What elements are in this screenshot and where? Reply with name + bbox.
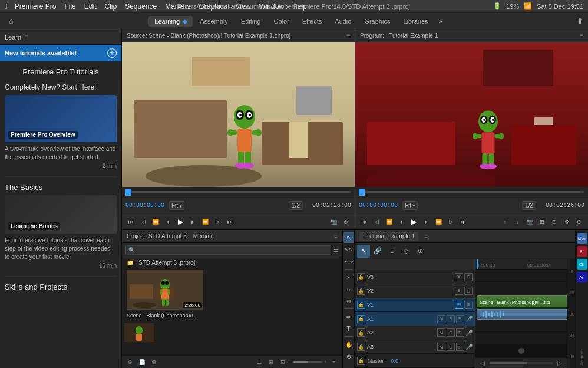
- program-frame-rate[interactable]: 1/2: [522, 201, 536, 210]
- menu-sequence[interactable]: Sequence: [125, 2, 157, 11]
- menu-edit[interactable]: Edit: [84, 2, 97, 11]
- prog-extract[interactable]: ↓: [512, 216, 523, 227]
- track-a2-lock[interactable]: 🔒: [357, 328, 365, 337]
- source-monitor-menu[interactable]: ≡: [346, 32, 350, 39]
- prog-step-end[interactable]: ⏭: [458, 216, 468, 227]
- track-v1-eye[interactable]: 👁: [455, 301, 463, 309]
- source-fit-dropdown[interactable]: Fit ▾: [169, 201, 184, 210]
- track-v2-lock[interactable]: 🔒: [357, 287, 365, 295]
- track-v2-eye[interactable]: 👁: [455, 287, 463, 295]
- prog-frame-back[interactable]: ◁: [371, 216, 382, 227]
- track-a3-mute[interactable]: M: [437, 343, 445, 351]
- clear-button[interactable]: 🗑: [149, 357, 158, 367]
- track-a3-solo[interactable]: S: [447, 343, 455, 351]
- tool-hand[interactable]: ✋: [343, 339, 354, 350]
- prog-play[interactable]: ▶: [408, 216, 419, 227]
- tool-type[interactable]: T: [343, 323, 354, 334]
- track-a2-rec[interactable]: R: [456, 328, 464, 337]
- prog-settings[interactable]: ⚙: [561, 216, 572, 227]
- new-bin-button[interactable]: ⊕: [125, 357, 135, 367]
- tool-zoom[interactable]: ⊕: [343, 351, 354, 362]
- tool-slide[interactable]: ⇔: [343, 295, 354, 306]
- menu-clip[interactable]: Clip: [104, 2, 117, 11]
- zoom-minus[interactable]: −: [290, 359, 293, 364]
- tab-libraries[interactable]: Libraries: [397, 16, 434, 27]
- track-v3-eye[interactable]: 👁: [455, 273, 463, 281]
- track-v3-sync[interactable]: S: [464, 273, 473, 281]
- track-a1-solo[interactable]: S: [447, 315, 455, 323]
- tab-effects[interactable]: Effects: [296, 16, 328, 27]
- prog-step-prev[interactable]: ⏴: [396, 216, 407, 227]
- prog-camera[interactable]: 📷: [524, 216, 535, 227]
- tl-tool-add[interactable]: ⊕: [414, 245, 427, 258]
- zoom-plus[interactable]: +: [324, 359, 327, 364]
- prog-step-back[interactable]: ⏮: [359, 216, 369, 227]
- track-v1-lock[interactable]: 🔒: [357, 301, 365, 309]
- track-a1-rec[interactable]: R: [456, 315, 464, 323]
- prog-fullscreen[interactable]: ⊞: [537, 216, 547, 227]
- tl-tool-snap[interactable]: ⤓: [385, 245, 398, 258]
- icon-view-button[interactable]: ⊞: [266, 357, 276, 367]
- scroll-right[interactable]: ▷: [557, 360, 562, 366]
- project-menu-icon[interactable]: ≡: [334, 233, 338, 239]
- tool-slip[interactable]: ↔: [343, 284, 354, 294]
- source-frame-back[interactable]: ◁: [138, 216, 148, 227]
- strip-thumb-1[interactable]: [124, 323, 154, 342]
- source-frame-fwd[interactable]: ▷: [212, 216, 223, 227]
- new-tutorials-add-button[interactable]: +: [107, 48, 117, 58]
- prog-frame-fwd[interactable]: ▷: [445, 216, 456, 227]
- tab-assembly[interactable]: Assembly: [194, 16, 234, 27]
- source-step-end[interactable]: ⏭: [224, 216, 235, 227]
- program-fit-dropdown[interactable]: Fit ▾: [402, 201, 418, 210]
- project-search[interactable]: 🔍: [125, 245, 331, 255]
- project-settings-button[interactable]: ≡: [329, 357, 339, 367]
- track-a3-lock[interactable]: 🔒: [357, 343, 365, 351]
- tl-tool-marker[interactable]: ◇: [399, 245, 412, 258]
- learn-menu-icon[interactable]: ≡: [25, 34, 28, 40]
- track-v3-lock[interactable]: 🔒: [357, 273, 365, 281]
- new-tutorials-banner[interactable]: New tutorials available! +: [0, 45, 121, 61]
- app-icon-ch[interactable]: Ch: [577, 259, 587, 270]
- workspace-more[interactable]: »: [435, 18, 446, 25]
- track-a2-mute[interactable]: M: [437, 328, 445, 337]
- source-step-prev[interactable]: ⏴: [163, 216, 173, 227]
- tool-ripple[interactable]: ⟺: [343, 256, 354, 267]
- menu-premiere[interactable]: Premiere Pro: [15, 2, 57, 11]
- menu-file[interactable]: File: [64, 2, 75, 11]
- home-button[interactable]: ⌂: [5, 15, 18, 28]
- tab-audio[interactable]: Audio: [329, 16, 357, 27]
- track-a1-mute[interactable]: M: [437, 315, 445, 323]
- overview-card[interactable]: Premiere Pro Overview A two-minute overv…: [5, 95, 117, 172]
- source-frame-rate[interactable]: 1/2: [289, 201, 303, 210]
- prog-add[interactable]: ⊕: [574, 216, 584, 227]
- program-playbar[interactable]: [359, 191, 584, 193]
- source-step-next[interactable]: ⏵: [187, 216, 198, 227]
- app-icon-animate[interactable]: An: [577, 272, 587, 282]
- freeform-button[interactable]: ⊡: [278, 357, 288, 367]
- tool-select[interactable]: ↖: [343, 232, 354, 243]
- source-play[interactable]: ▶: [175, 216, 186, 227]
- tl-tool-select[interactable]: ↖: [357, 245, 370, 258]
- track-a2-solo[interactable]: S: [447, 328, 455, 337]
- prog-lift[interactable]: ↑: [500, 216, 510, 227]
- app-icon-premiere[interactable]: Pr: [577, 246, 587, 257]
- source-rewind[interactable]: ⏪: [150, 216, 161, 227]
- source-ffwd[interactable]: ⏩: [200, 216, 210, 227]
- scroll-left[interactable]: ◁: [480, 360, 485, 366]
- prog-step-next[interactable]: ⏵: [421, 216, 431, 227]
- tl-tool-link[interactable]: 🔗: [371, 245, 384, 258]
- source-step-back[interactable]: ⏮: [125, 216, 136, 227]
- track-a1-lock[interactable]: 🔒: [357, 315, 365, 323]
- tool-track-select[interactable]: ↖↖: [343, 244, 354, 255]
- prog-ffwd[interactable]: ⏩: [433, 216, 444, 227]
- program-monitor-menu[interactable]: ≡: [580, 32, 583, 39]
- track-a3-rec[interactable]: R: [456, 343, 464, 351]
- timeline-menu-icon[interactable]: ≡: [424, 233, 428, 239]
- app-icon-live[interactable]: Live: [577, 233, 587, 244]
- project-list-view[interactable]: ☰: [333, 247, 339, 253]
- tool-pen[interactable]: ✏: [343, 311, 354, 322]
- source-playbar[interactable]: [125, 191, 351, 193]
- basics-card[interactable]: Learn the Basics Four interactive tutori…: [5, 195, 117, 271]
- horizontal-scrollbar[interactable]: [490, 362, 553, 364]
- tab-graphics[interactable]: Graphics: [358, 16, 396, 27]
